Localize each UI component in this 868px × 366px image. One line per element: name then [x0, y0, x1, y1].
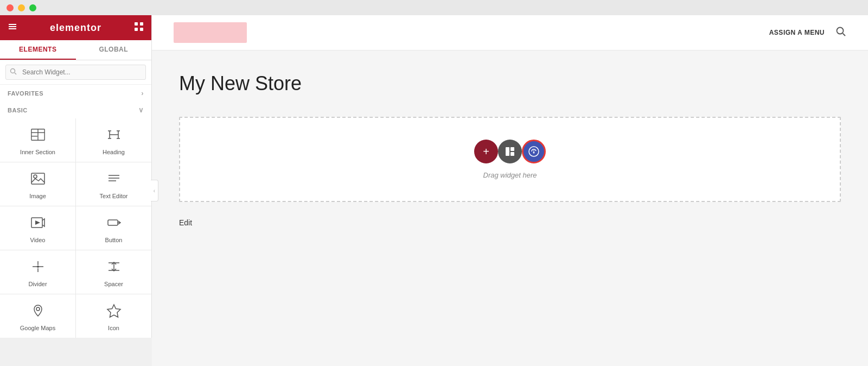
search-input[interactable] — [5, 65, 146, 80]
svg-point-21 — [34, 175, 37, 178]
widget-heading[interactable]: Heading — [76, 118, 151, 162]
top-nav: ASSIGN A MENU — [152, 15, 868, 51]
svg-point-44 — [533, 152, 535, 154]
svg-rect-20 — [31, 173, 44, 184]
grid-icon[interactable] — [134, 22, 144, 34]
image-label: Image — [29, 193, 46, 199]
icon-widget-icon — [106, 303, 122, 320]
favorites-label: FAVORITES — [8, 90, 43, 97]
video-icon — [30, 215, 46, 232]
page-content: My New Store + — [152, 51, 868, 366]
add-widget-button[interactable]: + — [474, 140, 498, 163]
svg-rect-40 — [506, 147, 509, 156]
text-editor-icon — [106, 171, 122, 188]
widget-spacer[interactable]: Spacer — [76, 250, 151, 294]
basic-chevron: ∨ — [138, 106, 144, 114]
button-label: Button — [105, 237, 123, 243]
inner-section-icon — [30, 127, 46, 144]
search-bar-container — [0, 60, 151, 85]
sidebar-wrap: elementor ELEMENTS GLOBAL — [0, 15, 152, 366]
drag-widget-text: Drag widget here — [483, 171, 537, 179]
traffic-light-red[interactable] — [7, 4, 14, 11]
widgets-grid: Inner Section — [0, 118, 151, 338]
widget-icon[interactable]: Icon — [76, 294, 151, 338]
svg-rect-27 — [108, 220, 118, 225]
tab-elements[interactable]: ELEMENTS — [0, 40, 76, 60]
google-maps-icon — [30, 303, 46, 320]
traffic-light-green[interactable] — [29, 4, 36, 11]
drop-zone[interactable]: + — [179, 117, 841, 202]
menu-icon[interactable] — [8, 22, 17, 34]
edit-link[interactable]: Edit — [179, 218, 841, 227]
page-title: My New Store — [179, 72, 841, 95]
svg-point-7 — [11, 69, 15, 73]
layout-button[interactable] — [498, 140, 522, 163]
svg-rect-4 — [140, 22, 143, 26]
basic-label: BASIC — [8, 107, 28, 113]
divider-label: Divider — [28, 281, 47, 287]
app-body: elementor ELEMENTS GLOBAL — [0, 15, 868, 366]
svg-rect-3 — [135, 22, 138, 26]
svg-line-39 — [843, 33, 846, 36]
widget-selector-button[interactable] — [522, 140, 546, 163]
svg-rect-41 — [510, 147, 514, 151]
elementor-logo: elementor — [50, 22, 101, 34]
search-icon — [10, 68, 17, 77]
spacer-label: Spacer — [104, 281, 123, 287]
widget-text-editor[interactable]: Text Editor — [76, 162, 151, 206]
sidebar-tabs: ELEMENTS GLOBAL — [0, 40, 151, 60]
sidebar-header: elementor — [0, 15, 151, 40]
widget-video[interactable]: Video — [0, 206, 75, 250]
widget-inner-section[interactable]: Inner Section — [0, 118, 75, 162]
svg-point-36 — [36, 307, 40, 311]
video-label: Video — [30, 237, 46, 243]
drop-zone-buttons: + — [474, 140, 546, 163]
widget-image[interactable]: Image — [0, 162, 75, 206]
widget-divider[interactable]: Divider — [0, 250, 75, 294]
tab-global[interactable]: GLOBAL — [76, 40, 152, 60]
text-editor-label: Text Editor — [100, 193, 128, 199]
widget-button[interactable]: Button — [76, 206, 151, 250]
svg-line-8 — [15, 73, 16, 74]
button-icon — [106, 215, 122, 232]
site-logo — [174, 22, 247, 43]
widget-google-maps[interactable]: Google Maps — [0, 294, 75, 338]
heading-label: Heading — [103, 149, 125, 155]
heading-icon — [106, 127, 122, 144]
nav-search-icon[interactable] — [835, 26, 846, 40]
svg-marker-26 — [35, 220, 40, 225]
favorites-chevron: › — [141, 89, 144, 97]
favorites-section-header[interactable]: FAVORITES › — [0, 85, 151, 102]
collapse-handle[interactable]: ‹ — [151, 180, 158, 201]
nav-right: ASSIGN A MENU — [769, 26, 846, 40]
svg-rect-42 — [510, 152, 514, 156]
main-content: ASSIGN A MENU My New Store + — [152, 15, 868, 366]
spacer-icon — [106, 259, 122, 276]
google-maps-label: Google Maps — [20, 325, 55, 331]
traffic-light-yellow[interactable] — [18, 4, 25, 11]
svg-rect-6 — [140, 28, 143, 31]
svg-point-32 — [37, 266, 39, 268]
svg-marker-37 — [107, 305, 120, 317]
sidebar: elementor ELEMENTS GLOBAL — [0, 15, 152, 338]
basic-section-header[interactable]: BASIC ∨ — [0, 102, 151, 118]
assign-menu-link[interactable]: ASSIGN A MENU — [769, 29, 825, 36]
divider-icon — [30, 259, 46, 276]
title-bar — [0, 0, 868, 15]
svg-rect-5 — [135, 28, 138, 31]
image-icon — [30, 171, 46, 188]
svg-point-38 — [837, 27, 844, 34]
inner-section-label: Inner Section — [20, 149, 55, 155]
icon-widget-label: Icon — [108, 325, 119, 331]
